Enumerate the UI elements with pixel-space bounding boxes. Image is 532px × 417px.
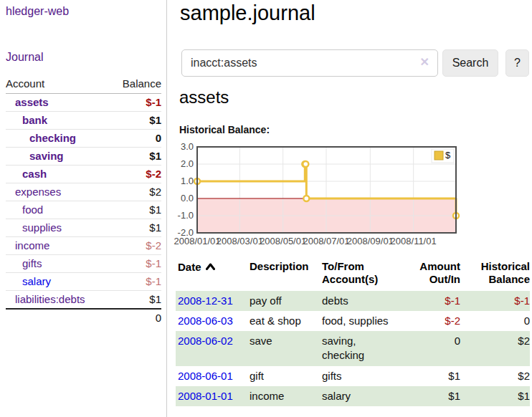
accounts-header-account: Account [6, 76, 110, 94]
register-header-date-label: Date [178, 261, 201, 273]
search-button[interactable]: Search [442, 49, 498, 77]
register-header-description: Description [250, 259, 322, 291]
account-name-cell: checking [6, 130, 110, 148]
txn-date-cell: 2008-06-02 [176, 331, 250, 366]
account-balance: $-1 [110, 273, 161, 291]
sidebar-divider [166, 0, 167, 417]
account-name-cell: supplies [6, 219, 110, 237]
sidebar-item-journal[interactable]: Journal [6, 51, 43, 64]
register-rows: 2008-12-31pay offdebts$-1$-12008-06-03ea… [176, 291, 530, 407]
search-bar: ✕ Search ? [181, 49, 532, 77]
account-name-cell: assets [6, 94, 110, 112]
accounts-header-row: Account Balance [6, 76, 161, 94]
account-row: gifts$-1 [6, 255, 161, 273]
app-brand-link[interactable]: hledger-web [6, 5, 69, 18]
txn-date-cell: 2008-06-03 [176, 311, 250, 331]
account-row: salary$-1 [6, 273, 161, 291]
svg-text:2008/09/01: 2008/09/01 [347, 236, 394, 246]
sidebar-account-gifts[interactable]: gifts [22, 257, 42, 269]
accounts-total-value: 0 [110, 309, 161, 327]
account-balance: $1 [110, 148, 161, 166]
txn-accounts: food, supplies [322, 311, 402, 331]
svg-text:2008/11/01: 2008/11/01 [391, 236, 437, 246]
account-row: bank$1 [6, 112, 161, 130]
account-row: income$-2 [6, 237, 161, 255]
txn-accounts: gifts [322, 366, 402, 386]
svg-text:2.0: 2.0 [181, 158, 194, 169]
txn-description: gift [250, 366, 322, 386]
account-row: checking0 [6, 130, 161, 148]
txn-date-link[interactable]: 2008-06-01 [178, 370, 233, 382]
accounts-total-row: 0 [6, 309, 161, 327]
svg-text:2008/01/01: 2008/01/01 [174, 236, 220, 246]
account-name-cell: expenses [6, 183, 110, 201]
account-balance: 0 [110, 130, 161, 148]
txn-date-link[interactable]: 2008-06-02 [178, 335, 233, 347]
sidebar-account-expenses[interactable]: expenses [15, 186, 61, 198]
txn-date-cell: 2008-06-01 [176, 366, 250, 386]
account-name-cell: gifts [6, 255, 110, 273]
chevron-up-icon [206, 260, 215, 273]
account-balance: $1 [110, 291, 161, 310]
register-table: Date Description To/From Account(s) Amou… [176, 259, 530, 406]
account-balance: $2 [110, 183, 161, 201]
txn-date-link[interactable]: 2008-12-31 [178, 294, 233, 307]
search-input-wrap: ✕ [181, 49, 438, 77]
register-header-date[interactable]: Date [176, 259, 250, 291]
sidebar-account-checking[interactable]: checking [29, 132, 76, 144]
account-balance: $1 [110, 112, 161, 130]
txn-description: save [250, 331, 322, 366]
account-balance: $1 [110, 219, 161, 237]
svg-text:2008/07/01: 2008/07/01 [303, 236, 349, 246]
sidebar-account-assets[interactable]: assets [15, 96, 49, 108]
register-header-row: Date Description To/From Account(s) Amou… [176, 259, 530, 291]
txn-balance: 0 [460, 311, 530, 331]
account-balance: $1 [110, 201, 161, 219]
accounts-header-balance: Balance [110, 76, 161, 94]
account-row: cash$-2 [6, 166, 161, 183]
txn-balance: $-1 [460, 291, 530, 311]
chart-title: Historical Balance: [179, 124, 270, 135]
svg-text:0.0: 0.0 [181, 193, 194, 203]
sidebar-account-liabilities-debts[interactable]: liabilities:debts [15, 293, 85, 305]
account-name-cell: cash [6, 166, 110, 183]
account-name-cell: saving [6, 148, 110, 166]
sidebar-account-food[interactable]: food [22, 203, 43, 216]
search-input[interactable] [181, 49, 438, 77]
account-row: liabilities:debts$1 [6, 291, 161, 310]
sidebar-account-cash[interactable]: cash [22, 168, 47, 180]
sidebar-account-salary[interactable]: salary [22, 275, 51, 287]
account-row: expenses$2 [6, 183, 161, 201]
page-title: sample.journal [180, 1, 315, 25]
svg-text:3.0: 3.0 [181, 141, 194, 152]
sidebar-account-income[interactable]: income [15, 239, 49, 251]
account-name-cell: salary [6, 273, 110, 291]
txn-amount: 0 [402, 331, 460, 366]
register-row: 2008-06-01giftgifts$1$2 [176, 366, 530, 386]
txn-accounts: salary [322, 386, 402, 406]
help-button[interactable]: ? [505, 49, 529, 77]
sidebar-account-saving[interactable]: saving [29, 150, 64, 162]
sidebar: hledger-web Journal Account Balance asse… [0, 0, 166, 417]
txn-date-link[interactable]: 2008-01-01 [178, 390, 233, 402]
clear-search-icon[interactable]: ✕ [420, 55, 429, 70]
accounts-table: Account Balance assets$-1bank$1checking0… [6, 76, 161, 327]
txn-date-link[interactable]: 2008-06-03 [178, 315, 233, 327]
txn-description: income [250, 386, 322, 406]
txn-accounts: saving, checking [322, 331, 402, 366]
register-row: 2008-06-03eat & shopfood, supplies$-20 [176, 311, 530, 331]
account-balance: $-2 [110, 166, 161, 183]
account-row: assets$-1 [6, 94, 161, 112]
sidebar-account-supplies[interactable]: supplies [22, 221, 62, 234]
account-name-cell: income [6, 237, 110, 255]
svg-text:-1.0: -1.0 [178, 210, 194, 221]
account-row: supplies$1 [6, 219, 161, 237]
account-name-cell: liabilities:debts [6, 291, 110, 310]
txn-amount: $-1 [402, 291, 460, 311]
txn-description: pay off [250, 291, 322, 311]
sidebar-account-bank[interactable]: bank [22, 114, 47, 126]
account-row: food$1 [6, 201, 161, 219]
account-name-cell: food [6, 201, 110, 219]
txn-accounts: debts [322, 291, 402, 311]
txn-date-cell: 2008-12-31 [176, 291, 250, 311]
